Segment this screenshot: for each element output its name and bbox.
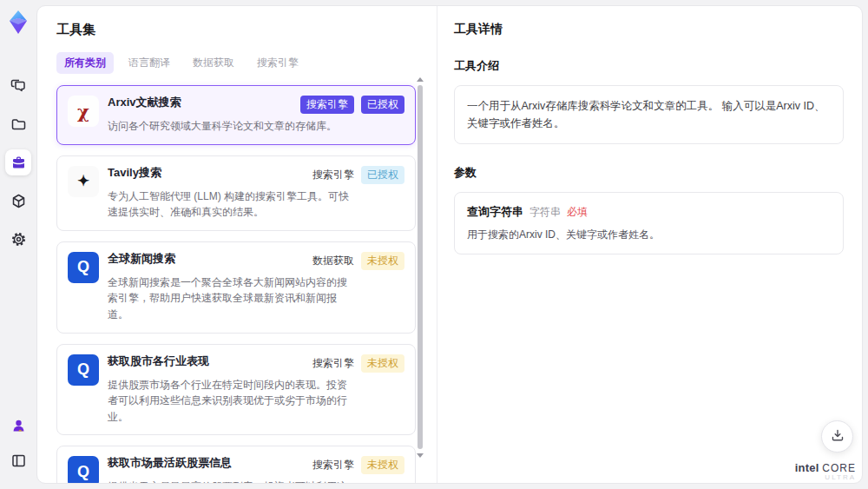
brand-sub: ULTRA	[795, 474, 856, 482]
briefcase-icon	[10, 155, 27, 171]
download-icon	[831, 428, 845, 446]
param-name: 查询字符串	[467, 204, 523, 220]
q-news-icon: Q	[68, 252, 99, 283]
detail-title: 工具详情	[454, 22, 844, 37]
tool-list-pane: 工具集 所有类别 语言翻译 数据获取 搜索引擎 χ Arxiv文献搜索 搜索引擎…	[37, 6, 437, 483]
q-news-icon: Q	[68, 354, 99, 386]
param-box: 查询字符串 字符串 必填 用于搜索的Arxiv ID、关键字或作者姓名。	[454, 192, 844, 254]
download-button[interactable]	[821, 420, 853, 453]
sidebar-item-files[interactable]	[5, 111, 31, 137]
tool-name: 获取市场最活跃股票信息	[108, 456, 232, 471]
params-section-title: 参数	[454, 165, 844, 181]
tavily-star-icon: ✦	[68, 166, 99, 197]
q-news-icon: Q	[68, 456, 99, 484]
avatar-icon	[10, 418, 27, 434]
tool-card-sector-performance[interactable]: Q 获取股市各行业表现 搜索引擎 未授权 提供股票市场各个行业在特定时间段内的表…	[56, 344, 416, 436]
brand-core: CORE	[822, 462, 856, 474]
category-tabs: 所有类别 语言翻译 数据获取 搜索引擎	[56, 52, 437, 74]
tool-name: Tavily搜索	[108, 166, 161, 181]
sidebar-item-account[interactable]	[5, 413, 31, 439]
category-label: 数据获取	[312, 254, 354, 268]
list-scrollbar[interactable]	[417, 77, 424, 458]
tool-description: 全球新闻搜索是一个聚合全球各大新闻网站内容的搜索引擎，帮助用户快速获取全球最新资…	[108, 274, 349, 323]
tab-language-translation[interactable]: 语言翻译	[121, 52, 178, 74]
intro-box: 一个用于从Arxiv存储库搜索科学论文和文章的工具。 输入可以是Arxiv ID…	[454, 85, 844, 144]
tool-description: 提供股票市场各个行业在特定时间段内的表现。投资者可以利用这些信息来识别表现优于或…	[108, 377, 349, 426]
param-description: 用于搜索的Arxiv ID、关键字或作者姓名。	[467, 228, 831, 242]
tab-search-engine[interactable]: 搜索引擎	[249, 52, 306, 74]
cube-icon	[10, 193, 27, 209]
main-panel: 工具集 所有类别 语言翻译 数据获取 搜索引擎 χ Arxiv文献搜索 搜索引擎…	[36, 5, 863, 484]
settings-icon gear-icon	[10, 231, 27, 248]
param-required-badge: 必填	[567, 205, 588, 220]
param-type: 字符串	[529, 205, 561, 220]
tool-name: 获取股市各行业表现	[108, 354, 209, 369]
tool-name: Arxiv文献搜索	[108, 96, 181, 110]
scrollbar-thumb[interactable]	[418, 85, 423, 449]
auth-status-badge: 未授权	[361, 252, 404, 270]
scroll-up-icon[interactable]	[417, 77, 424, 82]
category-label: 搜索引擎	[312, 458, 354, 472]
auth-status-badge: 已授权	[361, 166, 404, 184]
app-logo gem-logo-icon	[7, 9, 30, 40]
tool-card-tavily[interactable]: ✦ Tavily搜索 搜索引擎 已授权 专为人工智能代理 (LLM) 构建的搜索…	[56, 155, 416, 231]
tool-description: 访问各个研究领域大量科学论文和文章的存储库。	[108, 118, 349, 135]
tool-description: 专为人工智能代理 (LLM) 构建的搜索引擎工具。可快速提供实时、准确和真实的结…	[108, 188, 349, 221]
category-label: 搜索引擎	[312, 168, 354, 182]
auth-status-badge: 已授权	[361, 96, 404, 114]
intro-text: 一个用于从Arxiv存储库搜索科学论文和文章的工具。 输入可以是Arxiv ID…	[467, 97, 831, 132]
panel-toggle-icon	[10, 453, 27, 469]
auth-status-badge: 未授权	[361, 354, 404, 373]
tab-all-categories[interactable]: 所有类别	[56, 52, 114, 74]
sidebar-item-models[interactable]	[5, 188, 31, 214]
page-title: 工具集	[56, 22, 437, 38]
intel-core-logo: intel CORE ULTRA	[795, 462, 856, 482]
tool-description: 提供当天交易量最高的股票列表，投资者可以利用这些信息来识别流动性强的股票和潜在的…	[108, 479, 349, 484]
sidebar-item-tools[interactable]	[5, 149, 31, 175]
tool-card-list: χ Arxiv文献搜索 搜索引擎 已授权 访问各个研究领域大量科学论文和文章的存…	[56, 85, 416, 484]
auth-status-badge: 未授权	[361, 456, 404, 474]
folder-icon	[10, 116, 27, 133]
sidebar-item-settings[interactable]	[5, 226, 31, 252]
tab-data-fetch[interactable]: 数据获取	[185, 52, 242, 74]
tool-card-global-news[interactable]: Q 全球新闻搜索 数据获取 未授权 全球新闻搜索是一个聚合全球各大新闻网站内容的…	[56, 241, 416, 334]
arxiv-icon: χ	[68, 96, 99, 127]
sidebar	[0, 0, 36, 489]
tool-name: 全球新闻搜索	[108, 252, 175, 267]
sidebar-item-chat[interactable]	[5, 73, 31, 99]
tool-card-active-stocks[interactable]: Q 获取市场最活跃股票信息 搜索引擎 未授权 提供当天交易量最高的股票列表，投资…	[56, 446, 416, 484]
tool-detail-pane: 工具详情 工具介绍 一个用于从Arxiv存储库搜索科学论文和文章的工具。 输入可…	[437, 6, 862, 483]
intro-section-title: 工具介绍	[454, 58, 844, 74]
sidebar-item-collapse[interactable]	[5, 447, 31, 473]
brand-intel: intel	[795, 461, 819, 474]
category-badge: 搜索引擎	[300, 96, 354, 114]
scroll-down-icon[interactable]	[417, 453, 424, 458]
chat-icon	[10, 78, 27, 95]
tool-card-arxiv[interactable]: χ Arxiv文献搜索 搜索引擎 已授权 访问各个研究领域大量科学论文和文章的存…	[56, 85, 416, 145]
category-label: 搜索引擎	[312, 356, 354, 371]
